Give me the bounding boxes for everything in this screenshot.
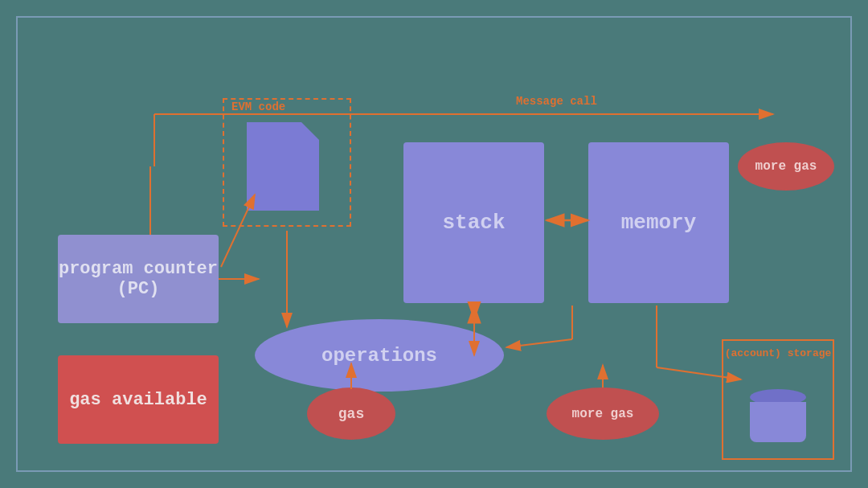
diagram-canvas: program counter (PC) gas available EVM c… — [16, 16, 852, 472]
evm-code-doc-icon — [247, 122, 319, 211]
cylinder-body — [750, 402, 806, 442]
svg-line-15 — [506, 339, 572, 347]
more-gas-bottom-ellipse: more gas — [547, 388, 659, 440]
operations-label: operations — [321, 345, 437, 367]
program-counter-label: program counter (PC) — [58, 259, 219, 299]
operations-ellipse: operations — [255, 319, 504, 392]
evm-code-label: EVM code — [231, 100, 285, 113]
cylinder-icon — [746, 394, 810, 442]
gas-available-label: gas available — [69, 390, 207, 410]
more-gas-right-label: more gas — [755, 159, 817, 174]
memory-label: memory — [621, 211, 697, 235]
account-storage-label: (account) storage — [725, 347, 832, 359]
more-gas-right-ellipse: more gas — [738, 142, 834, 191]
memory-box: memory — [588, 142, 729, 303]
gas-label: gas — [338, 406, 364, 422]
stack-box: stack — [403, 142, 544, 303]
gas-available-box: gas available — [58, 355, 219, 444]
program-counter-box: program counter (PC) — [58, 235, 219, 323]
gas-ellipse: gas — [307, 388, 395, 440]
account-storage-box: (account) storage — [722, 339, 834, 460]
more-gas-bottom-label: more gas — [572, 407, 634, 421]
stack-label: stack — [442, 211, 505, 235]
svg-text:Message call: Message call — [516, 95, 597, 108]
